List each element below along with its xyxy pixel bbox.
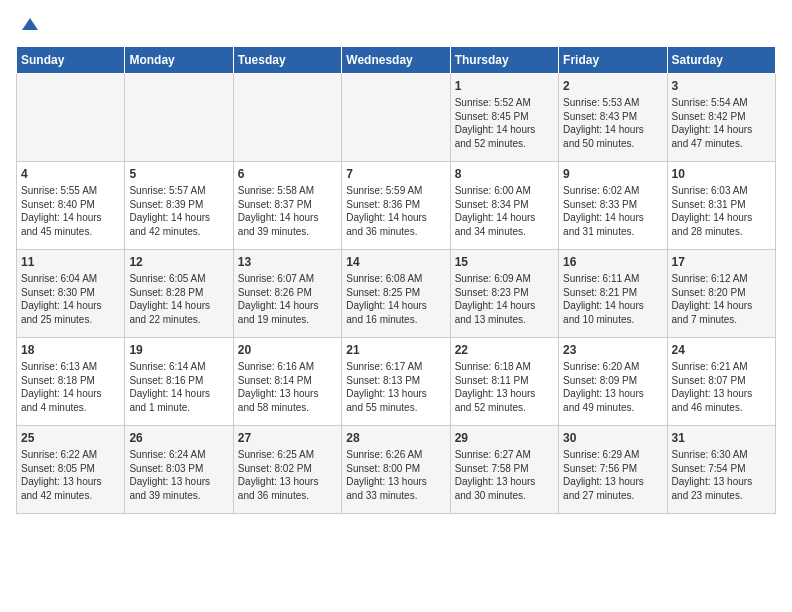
day-number: 19 — [129, 342, 228, 358]
day-number: 4 — [21, 166, 120, 182]
day-info: Sunrise: 6:26 AM Sunset: 8:00 PM Dayligh… — [346, 448, 445, 502]
day-info: Sunrise: 6:20 AM Sunset: 8:09 PM Dayligh… — [563, 360, 662, 414]
day-info: Sunrise: 6:12 AM Sunset: 8:20 PM Dayligh… — [672, 272, 771, 326]
day-number: 21 — [346, 342, 445, 358]
day-number: 5 — [129, 166, 228, 182]
day-info: Sunrise: 6:03 AM Sunset: 8:31 PM Dayligh… — [672, 184, 771, 238]
day-number: 30 — [563, 430, 662, 446]
day-info: Sunrise: 5:52 AM Sunset: 8:45 PM Dayligh… — [455, 96, 554, 150]
day-info: Sunrise: 6:25 AM Sunset: 8:02 PM Dayligh… — [238, 448, 337, 502]
calendar-cell: 27Sunrise: 6:25 AM Sunset: 8:02 PM Dayli… — [233, 426, 341, 514]
day-info: Sunrise: 6:22 AM Sunset: 8:05 PM Dayligh… — [21, 448, 120, 502]
calendar-cell: 14Sunrise: 6:08 AM Sunset: 8:25 PM Dayli… — [342, 250, 450, 338]
calendar-cell: 30Sunrise: 6:29 AM Sunset: 7:56 PM Dayli… — [559, 426, 667, 514]
day-info: Sunrise: 5:53 AM Sunset: 8:43 PM Dayligh… — [563, 96, 662, 150]
calendar-cell: 29Sunrise: 6:27 AM Sunset: 7:58 PM Dayli… — [450, 426, 558, 514]
day-number: 3 — [672, 78, 771, 94]
day-info: Sunrise: 5:54 AM Sunset: 8:42 PM Dayligh… — [672, 96, 771, 150]
weekday-header: Friday — [559, 47, 667, 74]
day-number: 12 — [129, 254, 228, 270]
weekday-header: Saturday — [667, 47, 775, 74]
calendar-cell: 10Sunrise: 6:03 AM Sunset: 8:31 PM Dayli… — [667, 162, 775, 250]
calendar-cell: 3Sunrise: 5:54 AM Sunset: 8:42 PM Daylig… — [667, 74, 775, 162]
logo-icon — [20, 16, 40, 36]
calendar-week-row: 25Sunrise: 6:22 AM Sunset: 8:05 PM Dayli… — [17, 426, 776, 514]
day-info: Sunrise: 6:11 AM Sunset: 8:21 PM Dayligh… — [563, 272, 662, 326]
calendar-cell: 16Sunrise: 6:11 AM Sunset: 8:21 PM Dayli… — [559, 250, 667, 338]
calendar-cell: 8Sunrise: 6:00 AM Sunset: 8:34 PM Daylig… — [450, 162, 558, 250]
day-number: 10 — [672, 166, 771, 182]
day-number: 7 — [346, 166, 445, 182]
day-number: 14 — [346, 254, 445, 270]
day-number: 27 — [238, 430, 337, 446]
weekday-header-row: SundayMondayTuesdayWednesdayThursdayFrid… — [17, 47, 776, 74]
calendar-week-row: 11Sunrise: 6:04 AM Sunset: 8:30 PM Dayli… — [17, 250, 776, 338]
day-info: Sunrise: 6:07 AM Sunset: 8:26 PM Dayligh… — [238, 272, 337, 326]
day-info: Sunrise: 6:05 AM Sunset: 8:28 PM Dayligh… — [129, 272, 228, 326]
svg-marker-0 — [22, 18, 38, 30]
day-number: 18 — [21, 342, 120, 358]
day-number: 26 — [129, 430, 228, 446]
weekday-header: Sunday — [17, 47, 125, 74]
calendar-cell: 1Sunrise: 5:52 AM Sunset: 8:45 PM Daylig… — [450, 74, 558, 162]
day-number: 17 — [672, 254, 771, 270]
calendar-cell: 17Sunrise: 6:12 AM Sunset: 8:20 PM Dayli… — [667, 250, 775, 338]
calendar-cell: 9Sunrise: 6:02 AM Sunset: 8:33 PM Daylig… — [559, 162, 667, 250]
calendar-table: SundayMondayTuesdayWednesdayThursdayFrid… — [16, 46, 776, 514]
day-info: Sunrise: 6:29 AM Sunset: 7:56 PM Dayligh… — [563, 448, 662, 502]
calendar-body: 1Sunrise: 5:52 AM Sunset: 8:45 PM Daylig… — [17, 74, 776, 514]
day-number: 16 — [563, 254, 662, 270]
day-number: 24 — [672, 342, 771, 358]
day-info: Sunrise: 6:24 AM Sunset: 8:03 PM Dayligh… — [129, 448, 228, 502]
weekday-header: Thursday — [450, 47, 558, 74]
day-info: Sunrise: 6:30 AM Sunset: 7:54 PM Dayligh… — [672, 448, 771, 502]
calendar-week-row: 18Sunrise: 6:13 AM Sunset: 8:18 PM Dayli… — [17, 338, 776, 426]
calendar-cell: 25Sunrise: 6:22 AM Sunset: 8:05 PM Dayli… — [17, 426, 125, 514]
calendar-cell: 19Sunrise: 6:14 AM Sunset: 8:16 PM Dayli… — [125, 338, 233, 426]
day-info: Sunrise: 6:04 AM Sunset: 8:30 PM Dayligh… — [21, 272, 120, 326]
calendar-cell: 7Sunrise: 5:59 AM Sunset: 8:36 PM Daylig… — [342, 162, 450, 250]
calendar-week-row: 4Sunrise: 5:55 AM Sunset: 8:40 PM Daylig… — [17, 162, 776, 250]
calendar-cell: 11Sunrise: 6:04 AM Sunset: 8:30 PM Dayli… — [17, 250, 125, 338]
day-number: 28 — [346, 430, 445, 446]
day-info: Sunrise: 6:02 AM Sunset: 8:33 PM Dayligh… — [563, 184, 662, 238]
day-info: Sunrise: 6:18 AM Sunset: 8:11 PM Dayligh… — [455, 360, 554, 414]
day-info: Sunrise: 6:13 AM Sunset: 8:18 PM Dayligh… — [21, 360, 120, 414]
day-info: Sunrise: 5:57 AM Sunset: 8:39 PM Dayligh… — [129, 184, 228, 238]
page-header — [16, 16, 776, 36]
calendar-cell: 21Sunrise: 6:17 AM Sunset: 8:13 PM Dayli… — [342, 338, 450, 426]
calendar-cell: 2Sunrise: 5:53 AM Sunset: 8:43 PM Daylig… — [559, 74, 667, 162]
day-number: 20 — [238, 342, 337, 358]
logo — [16, 16, 40, 36]
day-number: 8 — [455, 166, 554, 182]
calendar-cell — [17, 74, 125, 162]
calendar-cell: 24Sunrise: 6:21 AM Sunset: 8:07 PM Dayli… — [667, 338, 775, 426]
day-number: 25 — [21, 430, 120, 446]
calendar-cell: 12Sunrise: 6:05 AM Sunset: 8:28 PM Dayli… — [125, 250, 233, 338]
day-number: 15 — [455, 254, 554, 270]
day-number: 9 — [563, 166, 662, 182]
day-number: 13 — [238, 254, 337, 270]
day-info: Sunrise: 5:59 AM Sunset: 8:36 PM Dayligh… — [346, 184, 445, 238]
day-info: Sunrise: 6:17 AM Sunset: 8:13 PM Dayligh… — [346, 360, 445, 414]
weekday-header: Monday — [125, 47, 233, 74]
day-info: Sunrise: 6:14 AM Sunset: 8:16 PM Dayligh… — [129, 360, 228, 414]
calendar-cell: 20Sunrise: 6:16 AM Sunset: 8:14 PM Dayli… — [233, 338, 341, 426]
day-number: 29 — [455, 430, 554, 446]
calendar-cell: 4Sunrise: 5:55 AM Sunset: 8:40 PM Daylig… — [17, 162, 125, 250]
day-number: 6 — [238, 166, 337, 182]
day-number: 2 — [563, 78, 662, 94]
calendar-cell: 5Sunrise: 5:57 AM Sunset: 8:39 PM Daylig… — [125, 162, 233, 250]
calendar-cell — [125, 74, 233, 162]
calendar-cell: 23Sunrise: 6:20 AM Sunset: 8:09 PM Dayli… — [559, 338, 667, 426]
weekday-header: Tuesday — [233, 47, 341, 74]
weekday-header: Wednesday — [342, 47, 450, 74]
day-info: Sunrise: 6:08 AM Sunset: 8:25 PM Dayligh… — [346, 272, 445, 326]
calendar-cell — [342, 74, 450, 162]
day-info: Sunrise: 6:00 AM Sunset: 8:34 PM Dayligh… — [455, 184, 554, 238]
day-number: 31 — [672, 430, 771, 446]
day-info: Sunrise: 5:55 AM Sunset: 8:40 PM Dayligh… — [21, 184, 120, 238]
calendar-cell: 22Sunrise: 6:18 AM Sunset: 8:11 PM Dayli… — [450, 338, 558, 426]
day-info: Sunrise: 5:58 AM Sunset: 8:37 PM Dayligh… — [238, 184, 337, 238]
day-info: Sunrise: 6:09 AM Sunset: 8:23 PM Dayligh… — [455, 272, 554, 326]
